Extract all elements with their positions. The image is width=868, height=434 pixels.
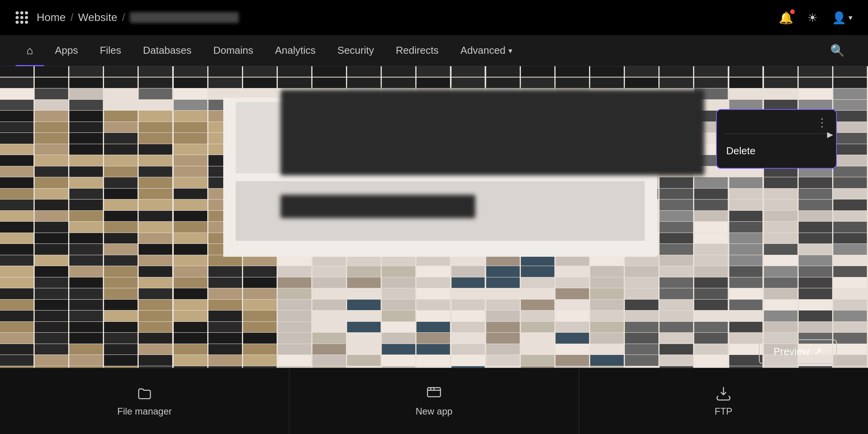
nav-item-databases[interactable]: Databases [132, 35, 202, 66]
breadcrumb-sep2: / [122, 11, 125, 24]
ftp-label: FTP [715, 406, 732, 417]
nav-databases-label: Databases [143, 44, 191, 56]
grid-dots-icon[interactable] [16, 11, 28, 24]
user-avatar-icon: 👤 [832, 11, 846, 25]
theme-toggle-icon[interactable]: ☀ [807, 11, 818, 25]
notification-dot [790, 9, 795, 14]
three-dots-button-area: ⋮ [717, 116, 836, 134]
context-menu-card: ⋮ Delete [716, 109, 837, 169]
file-manager-button[interactable]: File manager [0, 368, 289, 434]
user-chevron-icon: ▾ [849, 13, 852, 22]
nav-item-advanced[interactable]: Advanced ▾ [450, 35, 524, 66]
nav-analytics-label: Analytics [275, 44, 316, 56]
top-bar: Home / Website / 🔔 ☀ 👤 ▾ [0, 0, 868, 35]
nav-advanced-chevron: ▾ [508, 46, 512, 55]
three-dots-icon[interactable]: ⋮ [817, 116, 828, 129]
ftp-icon [716, 386, 731, 401]
nav-advanced-label: Advanced [460, 44, 506, 56]
breadcrumb-home[interactable]: Home [37, 11, 66, 24]
blurred-content-1 [281, 90, 704, 175]
user-menu-button[interactable]: 👤 ▾ [832, 11, 852, 25]
nav-item-analytics[interactable]: Analytics [264, 35, 326, 66]
breadcrumb: Home / Website / [16, 11, 239, 24]
nav-bar: ⌂ Apps Files Databases Domains Analytics… [0, 35, 868, 66]
delete-button[interactable]: Delete [717, 140, 836, 162]
preview-arrow-icon: ↗ [813, 346, 822, 358]
preview-button[interactable]: Preview ↗ [759, 339, 837, 364]
folder-icon [137, 386, 152, 401]
nav-security-label: Security [337, 44, 374, 56]
nav-item-apps[interactable]: Apps [44, 35, 89, 66]
main-content: ⋮ Delete Preview ↗ File manager New app [0, 66, 868, 434]
new-app-label: New app [416, 406, 453, 417]
ftp-button[interactable]: FTP [579, 368, 868, 434]
nav-item-domains[interactable]: Domains [202, 35, 264, 66]
context-menu-divider [723, 134, 830, 134]
nav-apps-label: Apps [55, 44, 78, 56]
bottom-toolbar: File manager New app FTP [0, 368, 868, 434]
nav-item-security[interactable]: Security [326, 35, 385, 66]
nav-domains-label: Domains [213, 44, 253, 56]
breadcrumb-domain [130, 12, 239, 23]
breadcrumb-website[interactable]: Website [78, 11, 117, 24]
new-app-button[interactable]: New app [289, 368, 579, 434]
nav-item-redirects[interactable]: Redirects [385, 35, 450, 66]
nav-item-files[interactable]: Files [89, 35, 132, 66]
notification-icon[interactable]: 🔔 [779, 11, 793, 25]
blurred-content-2 [281, 195, 475, 218]
file-manager-label: File manager [117, 406, 172, 417]
nav-redirects-label: Redirects [396, 44, 439, 56]
new-app-icon [426, 386, 442, 401]
home-icon: ⌂ [26, 44, 33, 57]
nav-search-icon[interactable]: 🔍 [822, 44, 852, 57]
preview-label: Preview [774, 346, 810, 358]
nav-files-label: Files [100, 44, 121, 56]
nav-item-home[interactable]: ⌂ [16, 35, 44, 66]
breadcrumb-sep1: / [71, 11, 74, 24]
top-right-controls: 🔔 ☀ 👤 ▾ [779, 11, 852, 25]
